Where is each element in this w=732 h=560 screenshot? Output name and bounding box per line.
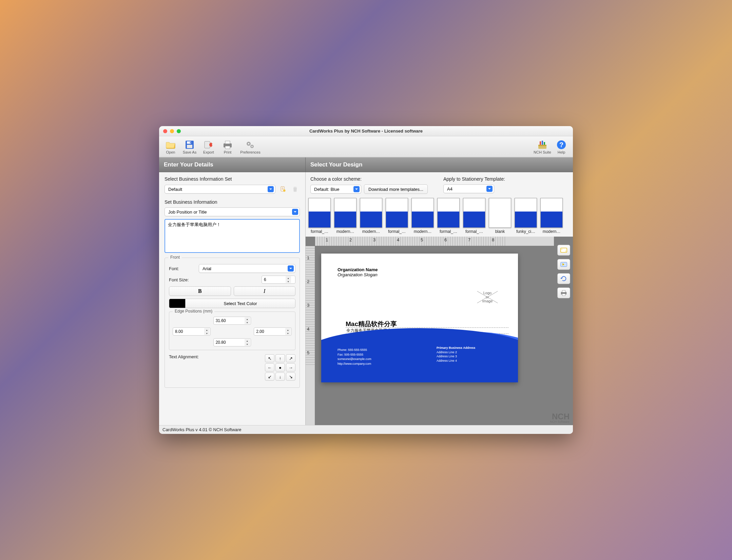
help-icon: ? xyxy=(556,139,567,150)
print-side-button[interactable] xyxy=(557,287,570,298)
template-item[interactable]: formal_… xyxy=(462,198,486,234)
export-button[interactable]: Export xyxy=(199,137,218,156)
show-back-button[interactable] xyxy=(557,259,570,270)
text-alignment-label: Text Alignment: xyxy=(169,354,199,359)
show-front-button[interactable] xyxy=(557,245,570,256)
edge-positions-group: Edge Positions (mm) ▴▾ ▴▾ ▴▾ ▴▾ xyxy=(169,312,295,350)
template-item[interactable]: modern… xyxy=(540,198,563,234)
svg-text:?: ? xyxy=(559,141,563,148)
card-preview[interactable]: Organization Name Organization Slogan Lo… xyxy=(321,254,518,382)
logo-placeholder[interactable]: Logo or Image xyxy=(474,291,501,303)
svg-point-20 xyxy=(283,189,286,192)
svg-rect-6 xyxy=(225,141,230,144)
color-swatch xyxy=(169,299,185,308)
svg-rect-4 xyxy=(205,141,210,148)
align-b-button[interactable]: ↓ xyxy=(275,373,285,381)
svg-rect-15 xyxy=(542,141,543,145)
card-back-icon xyxy=(560,261,567,268)
ruler-horizontal: 1 2 3 4 5 6 7 8 xyxy=(315,237,554,246)
left-pane: Select Business Information Set Default … xyxy=(159,172,306,425)
app-window: CardWorks Plus by NCH Software - License… xyxy=(159,126,573,434)
save-as-button[interactable]: Save As xyxy=(180,137,199,156)
rotate-button[interactable] xyxy=(557,273,570,284)
zoom-window-button[interactable] xyxy=(177,129,181,133)
font-size-stepper[interactable]: ▴▾ xyxy=(262,276,295,284)
align-r-button[interactable]: → xyxy=(286,363,295,372)
right-pane-header: Select Your Design xyxy=(306,157,573,172)
printer-icon xyxy=(560,289,567,297)
font-label: Font: xyxy=(169,266,195,271)
align-l-button[interactable]: ← xyxy=(265,363,274,372)
template-item[interactable]: modern… xyxy=(359,198,383,234)
edge-bottom-stepper[interactable]: ▴▾ xyxy=(213,338,251,346)
minimize-window-button[interactable] xyxy=(170,129,174,133)
address-block[interactable]: Primary Business Address Address Line 2 … xyxy=(437,346,475,363)
stationery-select[interactable]: A4 xyxy=(443,184,494,193)
gears-icon xyxy=(245,139,256,150)
print-button[interactable]: Print xyxy=(218,137,237,156)
color-scheme-label: Choose a color scheme: xyxy=(310,176,435,182)
select-set-label: Select Business Information Set xyxy=(165,176,300,182)
edge-left-stepper[interactable]: ▴▾ xyxy=(173,327,211,336)
biz-field-select[interactable]: Job Position or Title xyxy=(165,207,300,216)
step-down[interactable]: ▾ xyxy=(286,280,291,283)
align-tl-button[interactable]: ↖ xyxy=(265,354,274,362)
svg-rect-3 xyxy=(190,142,191,143)
titlebar: CardWorks Plus by NCH Software - License… xyxy=(159,126,573,136)
align-c-button[interactable]: ● xyxy=(275,363,285,372)
select-text-color-button[interactable]: Select Text Color xyxy=(185,299,295,308)
align-bl-button[interactable]: ↙ xyxy=(265,373,274,381)
ruler-vertical: 1 2 3 4 5 xyxy=(306,246,315,425)
printer-icon xyxy=(222,139,233,150)
align-tr-button[interactable]: ↗ xyxy=(286,354,295,362)
pane-headers: Enter Your Details Select Your Design xyxy=(159,157,573,172)
chevron-down-icon xyxy=(288,265,294,272)
close-window-button[interactable] xyxy=(163,129,167,133)
toolbox-icon xyxy=(537,139,548,150)
svg-point-9 xyxy=(248,143,249,144)
open-button[interactable]: Open xyxy=(161,137,180,156)
template-item[interactable]: modern… xyxy=(411,198,435,234)
side-tools xyxy=(554,237,573,425)
set-biz-info-label: Set Business Information xyxy=(165,199,300,205)
font-select[interactable]: Arial xyxy=(199,264,295,273)
toolbar: Open Save As Export Print Preferences xyxy=(159,136,573,157)
info-set-select[interactable]: Default xyxy=(165,185,275,194)
svg-point-23 xyxy=(565,251,566,252)
align-br-button[interactable]: ↘ xyxy=(286,373,295,381)
color-scheme-select[interactable]: Default: Blue xyxy=(310,185,361,194)
front-group: Front Font: Arial Font Size: ▴▾ xyxy=(165,258,300,388)
contact-block[interactable]: Phone: 555-555-5555 Fax: 505-555-5555 so… xyxy=(338,348,371,366)
svg-rect-13 xyxy=(538,145,546,146)
template-item[interactable]: modern… xyxy=(333,198,357,234)
svg-rect-27 xyxy=(562,294,565,296)
svg-rect-14 xyxy=(540,141,541,145)
alignment-grid: ↖ ↑ ↗ ← ● → ↙ ↓ ↘ xyxy=(265,354,295,381)
chevron-down-icon xyxy=(486,186,493,192)
edit-set-button[interactable] xyxy=(278,184,288,194)
help-button[interactable]: ? Help xyxy=(552,137,571,156)
preferences-button[interactable]: Preferences xyxy=(237,137,264,156)
template-item[interactable]: formal_… xyxy=(437,198,460,234)
biz-text-input[interactable]: 全力服务于苹果电脑用户！ xyxy=(165,219,300,253)
italic-button[interactable]: I xyxy=(234,286,296,296)
bold-button[interactable]: B xyxy=(169,286,231,296)
edge-right-stepper[interactable]: ▴▾ xyxy=(254,327,292,336)
step-up[interactable]: ▴ xyxy=(286,276,291,280)
svg-point-11 xyxy=(251,146,252,147)
svg-rect-2 xyxy=(187,145,192,148)
watermark: NCH NCH Software xyxy=(550,413,570,423)
nch-suite-button[interactable]: NCH Suite xyxy=(533,137,552,156)
template-item[interactable]: funky_ci… xyxy=(514,198,538,234)
export-icon xyxy=(203,139,214,150)
right-pane: Choose a color scheme: Default: Blue Dow… xyxy=(306,172,573,425)
template-item[interactable]: formal_… xyxy=(308,198,331,234)
align-t-button[interactable]: ↑ xyxy=(275,354,285,362)
delete-set-button[interactable] xyxy=(290,184,300,194)
template-item[interactable]: formal_… xyxy=(385,198,409,234)
chevron-down-icon xyxy=(268,186,274,192)
download-templates-button[interactable]: Download more templates... xyxy=(364,184,428,194)
template-item[interactable]: blank xyxy=(488,198,512,234)
svg-rect-7 xyxy=(225,146,230,149)
edge-top-stepper[interactable]: ▴▾ xyxy=(213,317,251,325)
